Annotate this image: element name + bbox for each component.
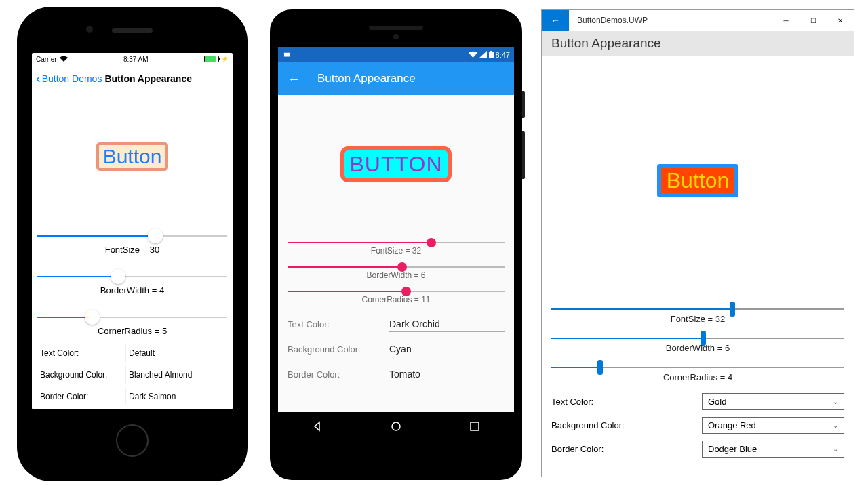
- textcolor-label: Text Color:: [551, 397, 695, 407]
- bordercolor-picker[interactable]: Dodger Blue⌄: [702, 441, 844, 458]
- textcolor-label: Text Color:: [288, 319, 389, 329]
- demo-button[interactable]: BUTTON: [340, 146, 452, 182]
- bgcolor-value: Orange Red: [708, 420, 756, 430]
- back-button[interactable]: ←: [288, 71, 301, 87]
- android-time: 8:47: [496, 51, 510, 59]
- textcolor-picker[interactable]: Gold⌄: [702, 393, 844, 410]
- wifi-icon: [469, 51, 477, 59]
- home-button[interactable]: [116, 424, 149, 457]
- cornerradius-label: CornerRadius = 4: [551, 372, 844, 382]
- nav-back-button[interactable]: [311, 420, 324, 433]
- signal-icon: [479, 51, 487, 59]
- textcolor-value: Gold: [708, 397, 726, 407]
- fontsize-label: FontSize = 30: [37, 245, 227, 255]
- demo-button-area: Button: [551, 63, 844, 299]
- uwp-window: ← ButtonDemos.UWP ─ ☐ ✕ Button Appearanc…: [541, 9, 854, 477]
- page-title: Button Appearance: [104, 73, 192, 84]
- bordercolor-label: Border Color:: [288, 369, 389, 380]
- svg-rect-0: [489, 52, 494, 58]
- uwp-titlebar: ← ButtonDemos.UWP ─ ☐ ✕: [542, 10, 854, 31]
- maximize-button[interactable]: ☐: [800, 10, 827, 31]
- demo-button-area: Button: [37, 92, 227, 220]
- fontsize-slider[interactable]: [288, 242, 505, 243]
- debug-icon: [282, 49, 292, 60]
- page-title: Button Appearance: [317, 72, 416, 85]
- bordercolor-picker[interactable]: Tomato: [389, 367, 505, 382]
- battery-icon: [489, 51, 494, 60]
- bgcolor-label: Background Color:: [288, 344, 389, 355]
- borderwidth-label: BorderWidth = 6: [288, 270, 505, 280]
- borderwidth-slider[interactable]: [551, 338, 844, 339]
- textcolor-picker[interactable]: Default: [125, 344, 227, 362]
- ios-statusbar: Carrier 8:37 AM ⚡: [32, 53, 233, 65]
- speaker: [112, 28, 153, 33]
- close-button[interactable]: ✕: [827, 10, 854, 31]
- cornerradius-slider[interactable]: [37, 317, 227, 318]
- back-button[interactable]: ‹ Button Demos: [36, 70, 102, 86]
- svg-rect-3: [471, 422, 479, 430]
- page-title: Button Appearance: [542, 31, 854, 56]
- ios-time: 8:37 AM: [123, 56, 149, 63]
- bordercolor-label: Border Color:: [37, 388, 125, 405]
- borderwidth-slider[interactable]: [288, 266, 505, 268]
- chevron-down-icon: ⌄: [833, 398, 838, 405]
- demo-button[interactable]: Button: [96, 142, 169, 171]
- bgcolor-picker[interactable]: Blanched Almond: [125, 366, 227, 384]
- borderwidth-slider[interactable]: [37, 276, 227, 277]
- android-appbar: ← Button Appearance: [278, 62, 514, 95]
- cornerradius-slider[interactable]: [551, 367, 844, 368]
- wifi-icon: [60, 56, 68, 63]
- cornerradius-label: CornerRadius = 5: [37, 326, 227, 336]
- android-statusbar: 8:47: [278, 47, 514, 62]
- textcolor-picker[interactable]: Dark Orchid: [389, 317, 505, 332]
- bgcolor-picker[interactable]: Cyan: [389, 342, 505, 357]
- minimize-button[interactable]: ─: [772, 10, 800, 31]
- back-button[interactable]: ←: [542, 10, 569, 31]
- android-device: 8:47 ← Button Appearance BUTTON FontSize…: [270, 9, 522, 480]
- android-screen: 8:47 ← Button Appearance BUTTON FontSize…: [278, 47, 514, 441]
- camera-dot: [86, 26, 93, 33]
- battery-icon: [204, 56, 219, 62]
- fontsize-slider[interactable]: [551, 308, 844, 310]
- window-title: ButtonDemos.UWP: [569, 10, 772, 31]
- iphone-device: Carrier 8:37 AM ⚡ ‹ Button Demos Button …: [17, 7, 248, 481]
- chevron-left-icon: ‹: [36, 70, 41, 86]
- bgcolor-label: Background Color:: [37, 366, 125, 384]
- borderwidth-label: BorderWidth = 6: [551, 343, 844, 353]
- speaker: [369, 26, 423, 30]
- svg-point-2: [392, 422, 400, 430]
- nav-home-button[interactable]: [389, 420, 403, 433]
- borderwidth-label: BorderWidth = 4: [37, 285, 227, 296]
- bgcolor-picker[interactable]: Orange Red⌄: [702, 417, 844, 434]
- fontsize-label: FontSize = 32: [288, 246, 505, 256]
- ios-screen: Carrier 8:37 AM ⚡ ‹ Button Demos Button …: [32, 53, 233, 409]
- bordercolor-label: Border Color:: [551, 444, 695, 454]
- fontsize-slider[interactable]: [37, 235, 227, 237]
- nav-recent-button[interactable]: [468, 420, 481, 433]
- cornerradius-slider[interactable]: [288, 291, 505, 292]
- bgcolor-label: Background Color:: [551, 420, 695, 430]
- demo-button-area: BUTTON: [288, 95, 505, 234]
- demo-button[interactable]: Button: [657, 164, 739, 197]
- chevron-down-icon: ⌄: [833, 445, 838, 453]
- bordercolor-picker[interactable]: Dark Salmon: [125, 388, 227, 405]
- svg-rect-1: [490, 51, 492, 52]
- camera-dot: [393, 34, 399, 39]
- bordercolor-value: Dodger Blue: [708, 444, 757, 454]
- chevron-down-icon: ⌄: [833, 422, 838, 429]
- textcolor-label: Text Color:: [37, 344, 125, 362]
- ios-navbar: ‹ Button Demos Button Appearance: [32, 65, 233, 92]
- charging-icon: ⚡: [221, 56, 229, 62]
- cornerradius-label: CornerRadius = 11: [288, 295, 505, 304]
- android-navbar: [278, 412, 514, 441]
- back-label: Button Demos: [42, 73, 102, 84]
- fontsize-label: FontSize = 32: [551, 314, 844, 324]
- carrier-label: Carrier: [36, 56, 57, 63]
